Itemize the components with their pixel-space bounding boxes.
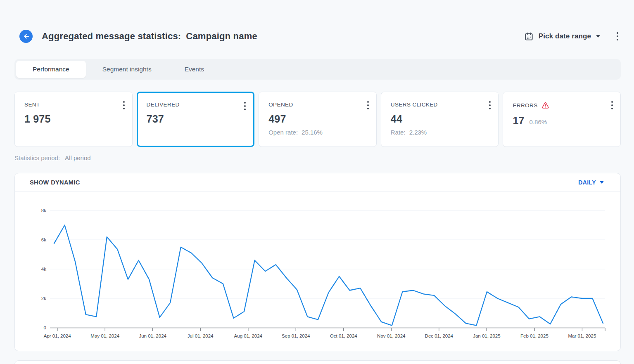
svg-text:2k: 2k [41,296,46,301]
svg-text:Dec 01, 2024: Dec 01, 2024 [425,333,454,338]
card-inline-rate: 0.86% [530,118,547,125]
svg-text:Jul 01, 2024: Jul 01, 2024 [188,333,214,338]
warning-icon [541,102,549,109]
card-label: OPENED [268,102,293,108]
card-sub-rate: Rate:2.23% [391,129,492,136]
svg-text:Nov 01, 2024: Nov 01, 2024 [377,333,406,338]
svg-text:Apr 01, 2024: Apr 01, 2024 [44,333,71,338]
card-value: 497 [268,113,286,125]
svg-text:Aug 01, 2024: Aug 01, 2024 [234,333,263,338]
stat-card-opened[interactable]: OPENED497Open rate:25.16% [259,92,377,147]
chart-panel-header: SHOW DYNAMIC DAILY [15,173,620,192]
card-value: 1 975 [24,113,51,125]
next-panel-edge [14,360,621,364]
svg-text:0: 0 [44,325,46,330]
card-label: SENT [24,102,40,108]
statistics-period-value: All period [65,154,91,161]
statistics-period: Statistics period:All period [14,154,634,161]
card-menu-button[interactable] [121,99,127,111]
card-value: 737 [147,113,164,125]
tab-performance[interactable]: Performance [16,61,86,78]
stat-card-sent[interactable]: SENT1 975 [14,92,133,147]
svg-text:4k: 4k [41,267,46,272]
date-range-label: Pick date range [539,32,591,40]
card-value: 17 [513,115,524,127]
tab-events[interactable]: Events [168,61,221,78]
svg-text:Feb 01, 2025: Feb 01, 2025 [520,333,549,338]
card-sub-rate: Open rate:25.16% [268,129,369,136]
header-menu-button[interactable] [614,31,621,42]
statistics-period-label: Statistics period: [14,154,60,161]
card-label: DELIVERED [147,102,180,108]
line-chart: 02k4k6k8kApr 01, 2024May 01, 2024Jun 01,… [15,192,620,351]
dynamic-chart-panel: SHOW DYNAMIC DAILY 02k4k6k8kApr 01, 2024… [14,173,621,351]
svg-text:Jan 01, 2025: Jan 01, 2025 [473,333,501,338]
tab-segment-insights[interactable]: Segment insights [86,61,168,78]
chevron-down-icon [600,181,604,184]
card-menu-button[interactable] [609,99,615,111]
arrow-left-icon [22,33,30,40]
aggregated-statistics-page: Aggregated message statistics:Campaign n… [0,29,634,364]
card-value: 44 [391,113,402,125]
card-menu-button[interactable] [365,99,371,111]
chart-panel-title: SHOW DYNAMIC [30,179,80,186]
calendar-icon [524,32,534,41]
page-header: Aggregated message statistics:Campaign n… [19,29,621,44]
card-menu-button[interactable] [242,100,248,112]
svg-text:Jun 01, 2024: Jun 01, 2024 [139,333,166,338]
stat-card-errors[interactable]: ERRORS170.86% [503,92,621,147]
tab-bar: PerformanceSegment insightsEvents [14,59,621,80]
svg-text:Oct 01, 2024: Oct 01, 2024 [330,333,357,338]
card-label: ERRORS [513,102,537,109]
svg-text:May 01, 2024: May 01, 2024 [90,333,119,338]
card-menu-button[interactable] [487,99,493,111]
interval-dropdown[interactable]: DAILY [578,179,604,186]
svg-text:Mar 01, 2025: Mar 01, 2025 [568,333,596,338]
card-label: USERS CLICKED [391,102,438,108]
stat-card-delivered[interactable]: DELIVERED737 [137,92,255,147]
back-button[interactable] [19,30,33,43]
pick-date-range-button[interactable]: Pick date range [524,32,600,41]
svg-text:6k: 6k [41,237,46,242]
svg-text:Sep 01, 2024: Sep 01, 2024 [282,333,310,338]
svg-text:8k: 8k [41,208,46,213]
stat-cards-row: SENT1 975DELIVERED737OPENED497Open rate:… [14,92,621,147]
campaign-name: Campaign name [186,31,257,41]
page-title: Aggregated message statistics:Campaign n… [42,31,257,42]
interval-label: DAILY [578,179,596,186]
stat-card-users-clicked[interactable]: USERS CLICKED44Rate:2.23% [381,92,499,147]
chevron-down-icon [596,35,600,38]
